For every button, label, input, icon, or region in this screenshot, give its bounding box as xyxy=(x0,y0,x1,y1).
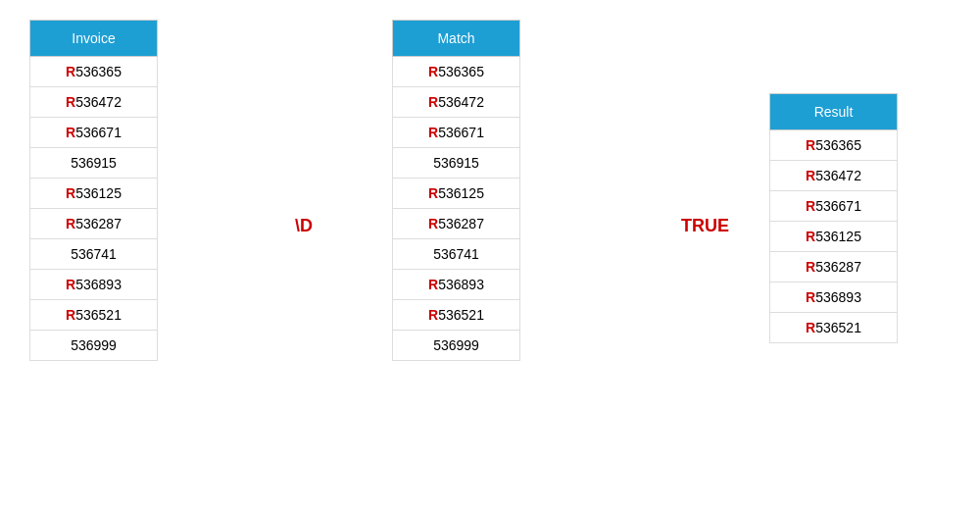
suffix-text: 536472 xyxy=(815,168,861,183)
prefix-r: R xyxy=(428,216,438,231)
table-row: R536671 xyxy=(770,191,898,222)
prefix-r: R xyxy=(66,185,75,201)
table-row: R536671 xyxy=(393,118,520,148)
table-row: R536472 xyxy=(770,161,898,191)
suffix-text: 536125 xyxy=(75,185,122,201)
prefix-r: R xyxy=(428,64,438,79)
prefix-r: R xyxy=(806,259,815,275)
suffix-text: 536365 xyxy=(815,137,861,153)
page-container: Invoice R536365R536472R536671536915R5361… xyxy=(0,0,980,513)
table-row: 536741 xyxy=(30,239,158,270)
result-table-container: Result R536365R536472R536671R536125R5362… xyxy=(769,93,898,343)
prefix-r: R xyxy=(806,229,815,244)
table-row: R536472 xyxy=(30,87,158,118)
table-row: R536125 xyxy=(30,179,158,209)
true-text: TRUE xyxy=(681,216,729,235)
suffix-text: 536472 xyxy=(75,94,122,110)
prefix-r: R xyxy=(806,198,815,214)
prefix-r: R xyxy=(428,277,438,292)
prefix-r: R xyxy=(428,307,438,323)
table-row: 536741 xyxy=(393,239,520,270)
table-row: R536125 xyxy=(770,222,898,252)
table-row: R536287 xyxy=(393,209,520,239)
suffix-text: 536671 xyxy=(75,125,122,140)
prefix-r: R xyxy=(806,320,815,335)
table-row: 536915 xyxy=(30,148,158,179)
table-row: 536999 xyxy=(393,331,520,361)
invoice-table: Invoice R536365R536472R536671536915R5361… xyxy=(29,20,158,361)
suffix-text: 536125 xyxy=(438,185,484,201)
suffix-text: 536472 xyxy=(438,94,484,110)
table-row: 536915 xyxy=(393,148,520,179)
suffix-text: 536521 xyxy=(75,307,122,323)
table-row: R536521 xyxy=(30,300,158,331)
table-row: R536365 xyxy=(770,130,898,161)
result-header: Result xyxy=(770,94,898,130)
prefix-r: R xyxy=(806,168,815,183)
operator-text: \D xyxy=(295,216,313,236)
suffix-text: 536287 xyxy=(815,259,861,275)
table-row: R536287 xyxy=(770,252,898,282)
suffix-text: 536287 xyxy=(438,216,484,231)
suffix-text: 536671 xyxy=(815,198,861,214)
prefix-r: R xyxy=(66,94,75,110)
suffix-text: 536287 xyxy=(75,216,122,231)
table-row: R536287 xyxy=(30,209,158,239)
suffix-text: 536671 xyxy=(438,125,484,140)
prefix-r: R xyxy=(428,125,438,140)
table-row: R536521 xyxy=(393,300,520,331)
suffix-text: 536521 xyxy=(815,320,861,335)
suffix-text: 536365 xyxy=(75,64,122,79)
table-row: R536472 xyxy=(393,87,520,118)
match-table-container: Match R536365R536472R536671536915R536125… xyxy=(392,20,520,361)
suffix-text: 536365 xyxy=(438,64,484,79)
prefix-r: R xyxy=(428,185,438,201)
prefix-r: R xyxy=(66,64,75,79)
prefix-r: R xyxy=(66,125,75,140)
prefix-r: R xyxy=(66,216,75,231)
suffix-text: 536125 xyxy=(815,229,861,244)
match-header: Match xyxy=(393,21,520,57)
suffix-text: 536893 xyxy=(815,289,861,305)
table-row: R536365 xyxy=(30,57,158,87)
table-row: 536999 xyxy=(30,331,158,361)
invoice-header: Invoice xyxy=(30,21,158,57)
invoice-table-container: Invoice R536365R536472R536671536915R5361… xyxy=(29,20,158,361)
suffix-text: 536893 xyxy=(438,277,484,292)
operator-label: \D xyxy=(265,216,343,236)
prefix-r: R xyxy=(66,277,75,292)
prefix-r: R xyxy=(806,137,815,153)
prefix-r: R xyxy=(66,307,75,323)
suffix-text: 536893 xyxy=(75,277,122,292)
suffix-text: 536521 xyxy=(438,307,484,323)
table-row: R536521 xyxy=(770,313,898,343)
table-row: R536893 xyxy=(393,270,520,300)
prefix-r: R xyxy=(428,94,438,110)
table-row: R536893 xyxy=(30,270,158,300)
true-label: TRUE xyxy=(642,216,768,236)
table-row: R536671 xyxy=(30,118,158,148)
table-row: R536125 xyxy=(393,179,520,209)
prefix-r: R xyxy=(806,289,815,305)
match-table: Match R536365R536472R536671536915R536125… xyxy=(392,20,520,361)
result-table: Result R536365R536472R536671R536125R5362… xyxy=(769,93,898,343)
table-row: R536365 xyxy=(393,57,520,87)
table-row: R536893 xyxy=(770,282,898,313)
